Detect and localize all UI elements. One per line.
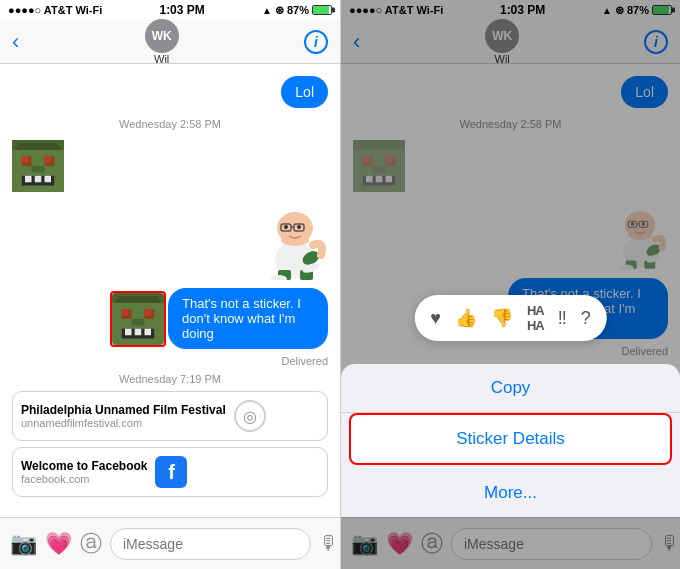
film-card-title: Philadelphia Unnamed Film Festival	[21, 403, 226, 417]
svg-point-18	[284, 225, 288, 229]
timestamp-wed: Wednesday 2:58 PM	[0, 118, 340, 130]
svg-point-20	[281, 234, 309, 246]
film-card-text: Philadelphia Unnamed Film Festival unnam…	[21, 403, 226, 429]
svg-rect-31	[145, 309, 152, 316]
question-reaction[interactable]: ?	[581, 308, 591, 329]
svg-rect-10	[45, 176, 52, 183]
context-menu: Copy Sticker Details More...	[341, 364, 680, 517]
svg-rect-34	[125, 329, 132, 336]
left-panel: ●●●●○ AT&T Wi-Fi 1:03 PM ▲ ⊛ 87% ‹ WK Wi…	[0, 0, 340, 569]
reaction-bubble: ♥ 👍 👎 HAHA ‼ ?	[414, 295, 606, 341]
svg-rect-4	[22, 156, 29, 163]
svg-rect-8	[25, 176, 32, 183]
messages-area-left: Lol Wednesday 2:58 PM	[0, 64, 340, 517]
svg-point-19	[297, 225, 301, 229]
peter-svg-left	[263, 200, 328, 280]
battery-percent-left: 87%	[287, 4, 309, 16]
zombie-sticker-received	[0, 136, 340, 196]
film-card-url: unnamedfilmfestival.com	[21, 417, 226, 429]
copy-menu-item[interactable]: Copy	[341, 364, 680, 413]
svg-rect-36	[145, 329, 152, 336]
svg-rect-32	[132, 319, 145, 326]
lol-bubble: Lol	[0, 72, 340, 112]
film-card[interactable]: Philadelphia Unnamed Film Festival unnam…	[12, 391, 328, 441]
bluetooth-icon: ⊛	[275, 4, 284, 17]
battery-icon-left	[312, 5, 332, 15]
camera-icon[interactable]: 📷	[10, 531, 37, 557]
zombie-overlay-svg	[112, 293, 164, 345]
back-button-left[interactable]: ‹	[12, 29, 19, 55]
more-menu-item[interactable]: More...	[341, 469, 680, 517]
svg-rect-5	[45, 156, 52, 163]
haha-reaction[interactable]: HAHA	[527, 303, 544, 333]
toolbar-left: 📷 💗 ⓐ 🎙	[0, 517, 340, 569]
heart-reaction[interactable]: ♥	[430, 308, 441, 329]
carrier-left: ●●●●○ AT&T Wi-Fi	[8, 4, 102, 16]
nav-center-left: WK Wil	[145, 19, 179, 65]
sticker-details-menu-item[interactable]: Sticker Details	[349, 413, 672, 465]
lol-text: Lol	[281, 76, 328, 108]
svg-rect-6	[32, 166, 45, 173]
svg-rect-12	[15, 147, 61, 150]
thumbsdown-reaction[interactable]: 👎	[491, 307, 513, 329]
exclaim-reaction[interactable]: ‼	[558, 308, 567, 329]
thumbsup-reaction[interactable]: 👍	[455, 307, 477, 329]
time-left: 1:03 PM	[159, 3, 204, 17]
facebook-icon: f	[155, 456, 187, 488]
svg-rect-35	[135, 329, 142, 336]
peter-sticker-sent-left	[0, 196, 340, 284]
svg-rect-11	[19, 143, 58, 146]
info-button-left[interactable]: i	[304, 30, 328, 54]
svg-rect-37	[119, 296, 158, 299]
facebook-card-text: Welcome to Facebook facebook.com	[21, 459, 147, 485]
timestamp-wed2: Wednesday 7:19 PM	[0, 373, 340, 385]
status-bar-left: ●●●●○ AT&T Wi-Fi 1:03 PM ▲ ⊛ 87%	[0, 0, 340, 20]
svg-rect-30	[122, 309, 129, 316]
message-input-left[interactable]	[110, 528, 311, 560]
facebook-card-title: Welcome to Facebook	[21, 459, 147, 473]
msg-bubble-text-left: That's not a sticker. I don't know what …	[168, 288, 328, 349]
facebook-card[interactable]: Welcome to Facebook facebook.com f	[12, 447, 328, 497]
avatar-left: WK	[145, 19, 179, 53]
contact-name-left: Wil	[154, 53, 169, 65]
heart-icon[interactable]: 💗	[45, 531, 72, 557]
nav-bar-left: ‹ WK Wil i	[0, 20, 340, 64]
compass-icon: ◎	[234, 400, 266, 432]
mic-icon-left[interactable]: 🎙	[319, 532, 339, 555]
msg-with-sticker-left: That's not a sticker. I don't know what …	[0, 284, 340, 353]
facebook-card-url: facebook.com	[21, 473, 147, 485]
zombie-svg	[12, 140, 64, 192]
svg-rect-9	[35, 176, 42, 183]
sticker-overlay-left	[112, 293, 164, 349]
svg-rect-38	[115, 300, 161, 303]
appstore-icon[interactable]: ⓐ	[80, 529, 102, 559]
delivered-left: Delivered	[0, 355, 340, 367]
right-panel: ●●●●○ AT&T Wi-Fi 1:03 PM ▲ ⊛ 87% ‹ WK Wi…	[340, 0, 680, 569]
status-icons-left: ▲ ⊛ 87%	[262, 4, 332, 17]
location-icon: ▲	[262, 5, 272, 16]
